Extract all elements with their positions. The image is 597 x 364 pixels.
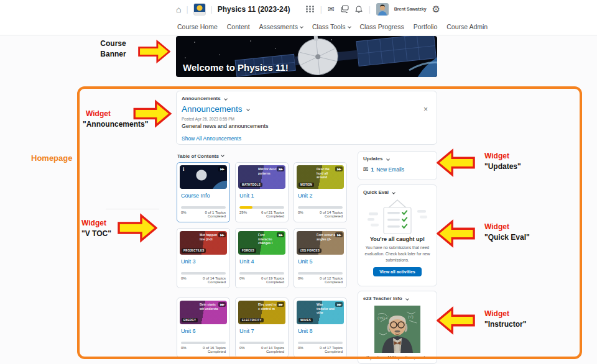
waffle-menu-icon[interactable] — [306, 6, 315, 12]
progress-bar — [298, 342, 343, 344]
unit-link[interactable]: Unit 8 — [298, 328, 343, 334]
nav-label: Class Tools — [312, 23, 346, 30]
unit-link[interactable]: Unit 4 — [239, 258, 284, 265]
chevron-down-icon — [224, 97, 228, 101]
close-icon[interactable]: × — [423, 105, 432, 114]
widget-header-label: Table of Contents — [177, 153, 219, 159]
progress-bar — [181, 342, 226, 344]
show-all-announcements-link[interactable]: Show All Announcements — [177, 129, 246, 142]
instructor-photo: (3$) √ (√) — [374, 306, 420, 353]
toc-card-unit-1[interactable]: ▶▶ MATHTOOLS Mat for desc patterns Unit … — [235, 162, 289, 222]
toc-card-unit-8[interactable]: ▶▶ WAVES Wav transfer and othe Unit 8 0%… — [294, 298, 347, 358]
progress-stats: 0%0 of 14 Topics Completed — [181, 276, 226, 284]
unit-thumb-label: MOTION — [298, 183, 314, 187]
announcements-widget: Announcements Announcements × Posted Apr… — [176, 91, 437, 145]
email-icon[interactable]: ✉ — [328, 5, 335, 13]
widget-header-label: Announcements — [182, 96, 221, 101]
home-icon[interactable]: ⌂ — [176, 5, 181, 14]
course-banner: Welcome to Physics 11! — [176, 36, 437, 77]
fast-forward-icon: ▶▶ — [335, 166, 343, 171]
nav-label: Assessments — [259, 23, 298, 30]
toc-widget-header[interactable]: Table of Contents — [177, 153, 224, 159]
unit-thumb-text: Forc occur a angles (2- — [317, 233, 335, 241]
nav-course-admin[interactable]: Course Admin — [447, 23, 488, 30]
fast-forward-icon: ▶▶ — [218, 302, 226, 307]
quick-eval-widget-header[interactable]: Quick Eval — [358, 185, 437, 195]
fast-forward-icon: ▶▶ — [218, 166, 226, 171]
toc-card-unit-2[interactable]: ▶▶ MOTION Desc the hurd all around Unit … — [294, 162, 347, 222]
unit-thumb-text: Desc the hurd all around — [317, 167, 335, 180]
progress-bar — [298, 206, 343, 209]
teacher-info-widget: e23 Teacher Info (3$) √ (√) If you have … — [358, 291, 437, 364]
unit-thumb-label: (2D) FORCES — [298, 248, 322, 253]
unit-thumbnail: ▶▶ ELECTRICITY Elec used to c control m — [238, 301, 285, 324]
toc-card-unit-5[interactable]: ▶▶ (2D) FORCES Forc occur a angles (2- U… — [294, 228, 347, 288]
progress-bar — [181, 272, 226, 275]
unit-thumbnail: ▶▶ FORCES Forc interactio changes i — [238, 231, 285, 255]
chat-icon[interactable] — [340, 5, 349, 13]
nav-assessments[interactable]: Assessments — [259, 23, 303, 30]
unit-thumbnail: i ▶▶ — [180, 165, 227, 189]
svg-text:(√): (√) — [408, 314, 414, 319]
unit-thumb-text: Mot happen line (2-di — [200, 233, 218, 241]
new-emails-link[interactable]: New Emails — [376, 166, 404, 173]
view-all-activities-button[interactable]: View all activities — [373, 267, 421, 276]
unit-thumb-label: PROJECTILES — [182, 248, 206, 253]
unit-link[interactable]: Unit 6 — [181, 328, 226, 334]
unit-thumb-text: Bein starts wit understa — [200, 303, 218, 311]
unit-thumbnail: ▶▶ WAVES Wav transfer and othe — [297, 301, 344, 324]
nav-content[interactable]: Content — [227, 23, 250, 30]
toc-card-course-info[interactable]: i ▶▶ Course Info 0%0 of 1 Topics Complet… — [177, 162, 230, 222]
teacher-widget-header[interactable]: e23 Teacher Info — [358, 291, 437, 301]
divider: | — [320, 5, 322, 14]
progress-bar — [298, 272, 343, 275]
progress-stats: 0%0 of 12 Topics Completed — [298, 276, 343, 284]
chevron-down-icon — [221, 153, 224, 157]
email-icon: ✉ — [363, 166, 368, 173]
updates-widget-header[interactable]: Updates — [358, 152, 437, 162]
bell-icon[interactable] — [354, 5, 363, 14]
unit-thumb-label: MATHTOOLS — [240, 183, 262, 187]
announcement-title-link[interactable]: Announcements — [182, 104, 243, 114]
nav-portfolio[interactable]: Portfolio — [414, 23, 438, 30]
unit-link[interactable]: Course Info — [181, 193, 226, 199]
user-avatar[interactable] — [376, 3, 389, 16]
unit-thumbnail: ▶▶ PROJECTILES Mot happen line (2-di — [180, 231, 227, 255]
unit-link[interactable]: Unit 2 — [298, 193, 343, 199]
announcement-posted-date: Posted Apr 26, 2023 8:55 PM — [177, 114, 437, 121]
toc-card-unit-6[interactable]: ▶▶ ENERGY Bein starts wit understa Unit … — [177, 298, 230, 358]
unit-thumbnail: ▶▶ MATHTOOLS Mat for desc patterns — [238, 165, 285, 189]
progress-stats: 0%0 of 16 Topics Completed — [181, 346, 226, 353]
nav-class-tools[interactable]: Class Tools — [312, 23, 351, 30]
caught-up-title: You're all caught up! — [358, 236, 437, 242]
widget-header-label: Updates — [363, 156, 383, 162]
unit-link[interactable]: Unit 5 — [298, 258, 343, 265]
unit-thumbnail: ▶▶ ENERGY Bein starts wit understa — [180, 301, 227, 324]
user-name[interactable]: Brent Sawatzky — [394, 7, 427, 11]
toc-card-unit-4[interactable]: ▶▶ FORCES Forc interactio changes i Unit… — [235, 228, 289, 288]
progress-stats: 0%0 of 1 Topics Completed — [181, 211, 226, 218]
toc-row-2: ▶▶ PROJECTILES Mot happen line (2-di Uni… — [177, 228, 347, 288]
unit-thumb-label: ELECTRICITY — [240, 318, 264, 322]
nav-class-progress[interactable]: Class Progress — [360, 23, 404, 30]
unit-thumb-label: WAVES — [298, 318, 313, 322]
unit-thumbnail: ▶▶ MOTION Desc the hurd all around — [297, 165, 344, 189]
chevron-down-icon[interactable] — [246, 107, 250, 111]
fast-forward-icon: ▶▶ — [335, 302, 343, 307]
announcements-widget-header[interactable]: Announcements — [177, 91, 437, 101]
nav-course-home[interactable]: Course Home — [177, 23, 218, 30]
progress-stats: 0%0 of 14 Topics Completed — [239, 346, 284, 353]
minibar: ⌂ | | Physics 11 (2023-24) | ✉ | — [0, 0, 597, 18]
unit-link[interactable]: Unit 7 — [239, 328, 284, 334]
toc-row-3: ▶▶ ENERGY Bein starts wit understa Unit … — [177, 298, 347, 358]
fast-forward-icon: ▶▶ — [277, 232, 284, 237]
school-logo[interactable] — [193, 3, 206, 16]
unit-link[interactable]: Unit 1 — [239, 193, 284, 199]
unit-link[interactable]: Unit 3 — [181, 258, 226, 265]
banner-welcome-text: Welcome to Physics 11! — [183, 62, 289, 73]
gear-icon[interactable]: ⚙ — [432, 4, 440, 14]
unit-thumb-text: Forc interactio changes i — [258, 233, 277, 245]
toc-card-unit-3[interactable]: ▶▶ PROJECTILES Mot happen line (2-di Uni… — [177, 228, 230, 288]
toc-card-unit-7[interactable]: ▶▶ ELECTRICITY Elec used to c control m … — [235, 298, 289, 358]
new-emails-count[interactable]: 1 — [371, 166, 374, 173]
